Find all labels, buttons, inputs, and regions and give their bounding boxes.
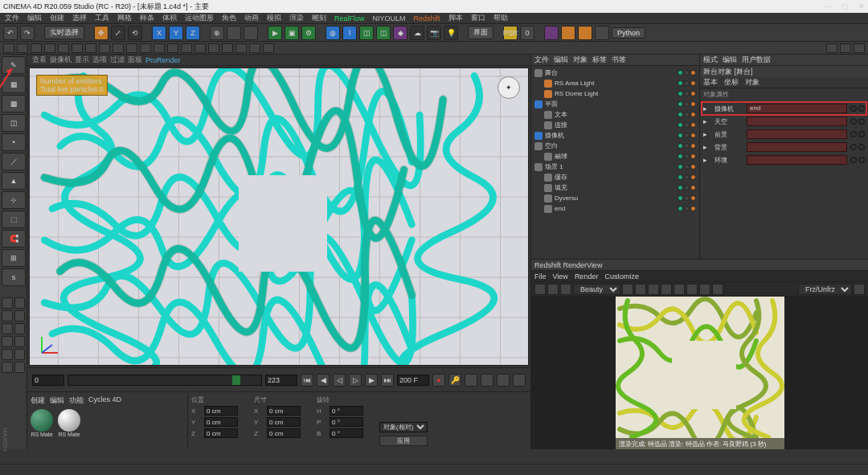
object-vis-dots[interactable] xyxy=(678,101,696,107)
sec-btn[interactable] xyxy=(222,43,233,53)
frame-start-input[interactable] xyxy=(32,375,64,386)
rs-region-icon[interactable] xyxy=(560,284,571,295)
mini-icon[interactable] xyxy=(14,349,26,360)
menu-niyoulm[interactable]: NIYOULM xyxy=(373,14,406,23)
menu-character[interactable]: 角色 xyxy=(222,13,236,23)
sec-btn[interactable] xyxy=(194,43,206,53)
play-back-icon[interactable]: ◁ xyxy=(333,374,346,387)
attr-link-field[interactable] xyxy=(747,117,847,126)
rs-menu-customize[interactable]: Customize xyxy=(604,272,639,280)
viewport[interactable]: Number of emitters Total live particles … xyxy=(29,68,529,366)
object-row[interactable]: end xyxy=(533,203,698,214)
vtab-prorender[interactable]: ProRender xyxy=(145,56,181,64)
step-fwd-icon[interactable]: ▶ xyxy=(365,374,378,387)
coord-sys-icon[interactable]: ⊕ xyxy=(210,26,224,40)
rs-tool-icon[interactable] xyxy=(661,284,672,295)
layout-dropdown[interactable]: 界面 xyxy=(468,26,493,39)
mini-icon[interactable] xyxy=(2,336,13,347)
size-y-input[interactable] xyxy=(267,417,301,427)
object-vis-dots[interactable] xyxy=(678,80,696,86)
model-mode-icon[interactable]: ▦ xyxy=(2,76,26,93)
object-vis-dots[interactable] xyxy=(678,143,696,149)
apply-button[interactable]: 应用 xyxy=(379,436,428,446)
menu-realflow[interactable]: RealFlow xyxy=(334,14,365,23)
play-fwd-icon[interactable]: ▷ xyxy=(349,374,362,387)
menu-render[interactable]: 渲染 xyxy=(289,13,304,23)
sec-btn[interactable] xyxy=(154,43,165,53)
mat-tab-func[interactable]: 功能 xyxy=(69,395,84,406)
attr-tab-edit[interactable]: 编辑 xyxy=(723,55,737,65)
mat-tab-create[interactable]: 创建 xyxy=(31,395,45,406)
sec-btn[interactable] xyxy=(44,43,55,53)
mat-tab-cycles[interactable]: Cycles 4D xyxy=(88,395,121,406)
mini-icon[interactable] xyxy=(2,362,13,373)
sec-btn[interactable] xyxy=(3,43,14,53)
object-row[interactable]: 融球 xyxy=(533,151,698,162)
rs-tool-icon[interactable] xyxy=(699,284,710,295)
rs-freeze-select[interactable]: Frz/Unfrz xyxy=(798,284,852,295)
step-back-icon[interactable]: ◀ xyxy=(317,374,330,387)
axis-z-icon[interactable]: Z xyxy=(186,26,200,40)
object-vis-dots[interactable] xyxy=(678,91,696,96)
mini-icon[interactable] xyxy=(14,310,26,321)
rs-lock-icon[interactable] xyxy=(622,284,633,295)
workplane-icon[interactable]: ◫ xyxy=(2,114,26,132)
menu-volume[interactable]: 体积 xyxy=(162,13,177,23)
obj-tab-obj[interactable]: 对象 xyxy=(573,55,588,65)
mini-icon[interactable] xyxy=(2,297,13,309)
attr-tab-mode[interactable]: 模式 xyxy=(703,55,718,65)
rs-menu-view[interactable]: View xyxy=(553,272,568,280)
rs-tool-icon[interactable] xyxy=(712,284,723,295)
mini-icon[interactable] xyxy=(14,362,26,373)
plugin-d-icon[interactable] xyxy=(595,26,609,40)
menu-tools[interactable]: 工具 xyxy=(95,13,109,23)
record-icon[interactable]: ● xyxy=(432,374,445,387)
obj-tab-file[interactable]: 文件 xyxy=(534,55,549,65)
redo-button[interactable]: ↷ xyxy=(20,26,35,40)
axis-mode-icon[interactable]: ⊹ xyxy=(2,191,26,209)
object-vis-dots[interactable] xyxy=(678,164,696,170)
mini-icon[interactable] xyxy=(14,323,26,334)
render-view-icon[interactable]: ▶ xyxy=(268,26,282,40)
render-pict-icon[interactable]: ▣ xyxy=(285,26,299,40)
sec-btn[interactable] xyxy=(263,43,274,53)
menu-file[interactable]: 文件 xyxy=(5,13,19,23)
rs-tool-icon[interactable] xyxy=(854,284,865,295)
environment-icon[interactable]: ☁ xyxy=(410,26,424,40)
deformer-icon[interactable]: ◆ xyxy=(393,26,407,40)
scale-tool-icon[interactable]: ⤢ xyxy=(111,26,125,40)
expand-icon[interactable]: ▸ xyxy=(703,143,711,151)
attr-subtab-basic[interactable]: 基本 xyxy=(703,77,718,88)
autokey-icon[interactable]: 🔑 xyxy=(448,374,461,387)
menu-script[interactable]: 脚本 xyxy=(448,13,463,23)
attr-key-dots[interactable] xyxy=(850,118,865,125)
sec-btn[interactable] xyxy=(31,43,42,53)
vtab-options[interactable]: 选项 xyxy=(92,55,107,65)
rot-b-input[interactable] xyxy=(330,428,363,438)
camera-icon[interactable]: 📷 xyxy=(427,26,441,40)
tool-a-icon[interactable] xyxy=(227,26,241,40)
menu-help[interactable]: 帮助 xyxy=(493,13,508,23)
obj-tab-edit[interactable]: 编辑 xyxy=(554,55,568,65)
psr-button[interactable]: PSR xyxy=(503,26,518,40)
sec-btn[interactable] xyxy=(235,43,247,53)
sec-btn[interactable] xyxy=(249,43,260,53)
timeline-track[interactable] xyxy=(68,375,262,386)
python-dropdown[interactable]: Python xyxy=(612,27,645,39)
menu-select[interactable]: 选择 xyxy=(72,13,87,23)
size-x-input[interactable] xyxy=(267,406,301,416)
object-row[interactable]: 场景 1 xyxy=(533,162,698,172)
attr-key-dots[interactable] xyxy=(850,131,865,137)
texture-mode-icon[interactable]: ▩ xyxy=(2,95,26,113)
sec-btn[interactable] xyxy=(17,43,28,53)
mini-icon[interactable] xyxy=(14,336,26,347)
light-icon[interactable]: 💡 xyxy=(444,26,458,40)
mini-icon[interactable] xyxy=(2,349,13,360)
rs-menu-file[interactable]: File xyxy=(534,272,547,280)
attr-link-field[interactable] xyxy=(747,155,847,165)
misc-icon[interactable]: s xyxy=(2,268,26,286)
generator2-icon[interactable]: ◫ xyxy=(376,26,391,40)
object-vis-dots[interactable] xyxy=(678,154,696,159)
coord-mode-select[interactable]: 对象(相对) xyxy=(379,422,428,432)
live-select-label[interactable]: 实时选择 xyxy=(44,26,84,39)
